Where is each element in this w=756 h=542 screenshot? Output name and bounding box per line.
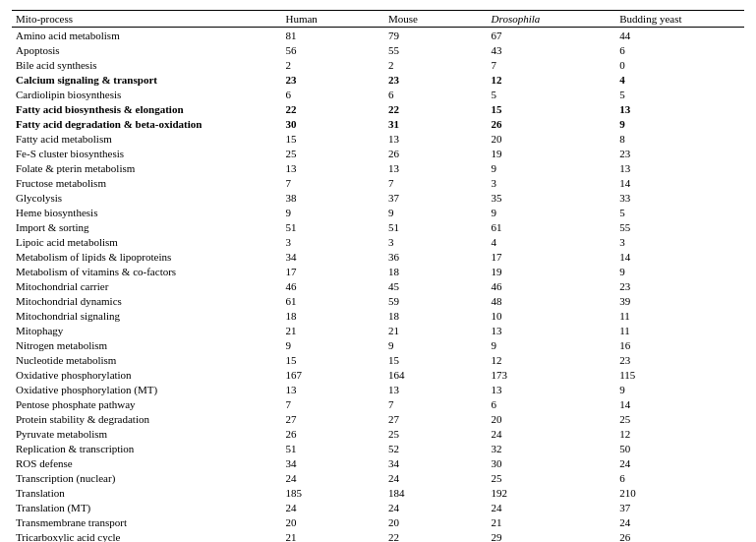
process-count: 30	[488, 455, 616, 470]
process-count: 48	[488, 293, 616, 308]
process-count: 13	[384, 131, 488, 146]
table-row: Mitochondrial signaling18181011	[12, 308, 744, 323]
process-count: 7	[488, 57, 616, 72]
process-count: 52	[384, 441, 488, 455]
process-count: 24	[488, 500, 616, 514]
process-count: 15	[488, 101, 616, 116]
process-count: 13	[384, 160, 488, 175]
process-count: 32	[488, 441, 616, 455]
process-count: 67	[488, 28, 616, 43]
table-row: Heme biosynthesis9995	[12, 205, 744, 219]
process-count: 7	[384, 396, 488, 411]
process-count: 23	[615, 278, 744, 293]
table-row: Transcription (nuclear)2424256	[12, 470, 744, 485]
table-row: Replication & transcription51523250	[12, 441, 744, 455]
process-name: Pyruvate metabolism	[12, 426, 281, 441]
mito-process-table: Mito-process Human Mouse Drosophila Budd…	[12, 10, 744, 542]
process-count: 9	[488, 205, 616, 219]
process-count: 7	[281, 396, 384, 411]
process-count: 9	[615, 382, 744, 396]
process-count: 26	[384, 146, 488, 160]
process-count: 164	[384, 367, 488, 382]
process-count: 24	[281, 470, 384, 485]
process-count: 23	[615, 352, 744, 367]
process-name: Translation	[12, 485, 281, 500]
process-count: 24	[384, 500, 488, 514]
process-count: 25	[384, 426, 488, 441]
process-count: 79	[384, 28, 488, 43]
table-row: Fructose metabolism77314	[12, 175, 744, 190]
process-count: 9	[615, 264, 744, 278]
process-count: 25	[281, 146, 384, 160]
process-count: 3	[488, 175, 616, 190]
header-drosophila: Drosophila	[488, 11, 616, 28]
table-row: Amino acid metabolism81796744	[12, 28, 744, 43]
process-name: Calcium signaling & transport	[12, 72, 281, 87]
table-row: Apoptosis5655436	[12, 42, 744, 57]
process-count: 24	[615, 514, 744, 529]
process-count: 25	[488, 470, 616, 485]
process-count: 35	[488, 190, 616, 205]
process-count: 20	[488, 411, 616, 426]
table-row: Translation (MT)24242437	[12, 500, 744, 514]
process-count: 6	[281, 87, 384, 101]
process-count: 14	[615, 249, 744, 264]
process-count: 17	[488, 249, 616, 264]
process-name: Translation (MT)	[12, 500, 281, 514]
process-count: 29	[488, 529, 616, 542]
process-count: 61	[281, 293, 384, 308]
process-count: 12	[615, 426, 744, 441]
process-count: 5	[615, 87, 744, 101]
process-count: 2	[384, 57, 488, 72]
process-name: Oxidative phosphorylation	[12, 367, 281, 382]
process-count: 31	[384, 116, 488, 131]
process-count: 34	[281, 455, 384, 470]
process-count: 46	[281, 278, 384, 293]
process-count: 3	[384, 234, 488, 249]
process-count: 6	[615, 42, 744, 57]
process-count: 167	[281, 367, 384, 382]
process-count: 210	[615, 485, 744, 500]
table-row: Folate & pterin metabolism1313913	[12, 160, 744, 175]
table-row: Metabolism of vitamins & co-factors17181…	[12, 264, 744, 278]
process-name: Nucleotide metabolism	[12, 352, 281, 367]
process-name: Protein stability & degradation	[12, 411, 281, 426]
table-row: Protein stability & degradation27272025	[12, 411, 744, 426]
process-count: 30	[281, 116, 384, 131]
process-count: 21	[281, 529, 384, 542]
process-count: 24	[615, 455, 744, 470]
process-name: Nitrogen metabolism	[12, 337, 281, 352]
process-count: 16	[615, 337, 744, 352]
process-name: Transcription (nuclear)	[12, 470, 281, 485]
process-count: 36	[384, 249, 488, 264]
process-count: 2	[281, 57, 384, 72]
process-count: 13	[281, 160, 384, 175]
process-name: Oxidative phosphorylation (MT)	[12, 382, 281, 396]
process-count: 37	[615, 500, 744, 514]
process-count: 27	[281, 411, 384, 426]
process-count: 24	[281, 500, 384, 514]
process-count: 56	[281, 42, 384, 57]
process-name: Fatty acid biosynthesis & elongation	[12, 101, 281, 116]
table-row: Fatty acid degradation & beta-oxidation3…	[12, 116, 744, 131]
process-count: 0	[615, 57, 744, 72]
header-mouse: Mouse	[384, 11, 488, 28]
table-row: Oxidative phosphorylation167164173115	[12, 367, 744, 382]
process-count: 185	[281, 485, 384, 500]
process-name: Bile acid synthesis	[12, 57, 281, 72]
process-count: 6	[488, 396, 616, 411]
process-count: 22	[281, 101, 384, 116]
process-name: Mitochondrial carrier	[12, 278, 281, 293]
process-name: Amino acid metabolism	[12, 28, 281, 43]
process-count: 5	[488, 87, 616, 101]
process-count: 50	[615, 441, 744, 455]
process-count: 55	[615, 219, 744, 234]
process-count: 9	[615, 116, 744, 131]
process-count: 3	[615, 234, 744, 249]
table-row: ROS defense34343024	[12, 455, 744, 470]
process-count: 11	[615, 323, 744, 337]
table-row: Nitrogen metabolism99916	[12, 337, 744, 352]
table-row: Bile acid synthesis2270	[12, 57, 744, 72]
process-count: 192	[488, 485, 616, 500]
table-row: Pyruvate metabolism26252412	[12, 426, 744, 441]
